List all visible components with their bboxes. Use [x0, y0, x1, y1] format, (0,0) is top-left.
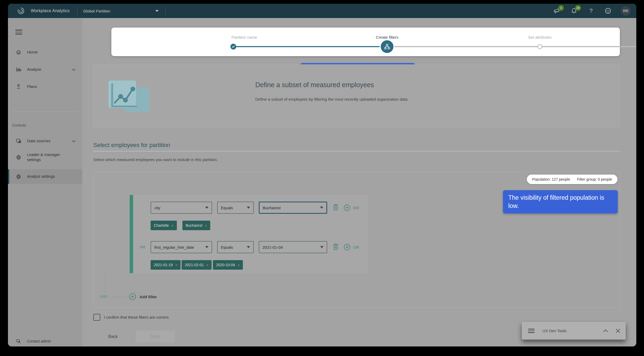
plus-circle-icon [129, 293, 136, 300]
tag-label: 2021-01-19 [154, 263, 173, 267]
filter-operator-value: Equals [221, 206, 233, 210]
chevron-down-icon [155, 10, 159, 12]
section-underline [93, 151, 620, 152]
chevron-up-icon[interactable] [603, 329, 608, 332]
add-or-condition-button[interactable] [344, 244, 351, 252]
back-button-label: Back [108, 334, 118, 339]
add-or-condition-button[interactable] [344, 204, 351, 212]
and-connector-line [105, 274, 106, 292]
app-title: Workplace Analytics [31, 8, 70, 13]
chevron-down-icon [72, 139, 76, 143]
step-current-orgchart-icon [381, 40, 393, 53]
filter-operator-dropdown[interactable]: Equals [217, 241, 254, 253]
or-button-label[interactable]: OR [353, 245, 359, 250]
back-button[interactable]: Back [93, 331, 133, 342]
avatar[interactable]: RR [621, 6, 630, 16]
progress-stepper: Partition name Create filters Set attrib… [111, 28, 620, 56]
next-button-disabled[interactable]: Next [136, 331, 175, 342]
feedback-button[interactable] [604, 7, 612, 15]
ux-dev-tools-panel: UX Dev Tools [522, 322, 626, 340]
chevron-down-icon [320, 207, 323, 209]
filter-field-dropdown[interactable]: city [151, 202, 212, 214]
step-complete-check-icon [230, 44, 236, 50]
home-icon [15, 49, 22, 55]
sidebar-footer-label: Contact admin [27, 339, 51, 344]
topbar-divider [77, 6, 77, 15]
sidebar-collapse-button[interactable] [15, 30, 22, 34]
tag-remove-icon[interactable]: × [238, 263, 240, 267]
sidebar-item-data-sources[interactable]: Data sources [8, 135, 82, 147]
notifications-button[interactable]: 28 [570, 7, 578, 15]
top-bar: Workplace Analytics Global Partition 3 2… [8, 4, 636, 18]
sidebar-item-plans[interactable]: Plans [8, 80, 82, 93]
step-upcoming-dot [537, 44, 542, 49]
tag-remove-icon[interactable]: × [205, 223, 207, 228]
smiley-icon [604, 7, 611, 14]
delete-filter-button[interactable] [332, 243, 339, 252]
help-icon: ? [589, 7, 593, 14]
announcement-count-badge: 3 [558, 5, 564, 11]
plus-circle-icon [344, 244, 351, 251]
sidebar-item-leader-manager-settings[interactable]: Leader & manager settings [8, 149, 82, 166]
sidebar-item-contact-admin[interactable]: Contact admin [8, 335, 82, 346]
step-label-partition-name: Partition name [231, 35, 257, 39]
partition-selector[interactable]: Global Partition [83, 9, 159, 13]
chevron-down-icon [247, 207, 250, 209]
sidebar-item-home[interactable]: Home [8, 46, 82, 59]
gear-icon [15, 154, 22, 160]
plus-circle-icon [344, 204, 351, 211]
population-summary-pill: Population: 127 people Filter group: 0 p… [527, 175, 617, 184]
filter-operator-dropdown[interactable]: Equals [217, 202, 254, 214]
chevron-down-icon [72, 67, 76, 72]
intro-card: Define a subset of measured employees De… [93, 64, 620, 127]
chevron-down-icon [205, 207, 208, 209]
annotation-callout-population: The visibility of filtered population is… [503, 190, 618, 213]
tag-remove-icon[interactable]: × [171, 223, 174, 228]
filter-value-dropdown[interactable]: Bucharest [259, 202, 327, 214]
or-button-label[interactable]: OR [353, 206, 359, 210]
filter-tag: Bucharest × [182, 221, 210, 230]
sidebar-item-label: Analyst settings [27, 174, 55, 179]
sidebar: Home Analyze Plans Controls Data sources [8, 18, 82, 346]
filter-field-dropdown[interactable]: first_regular_hire_date [151, 241, 212, 253]
tag-label: 2021-02-01 [185, 263, 204, 267]
partition-selector-label: Global Partition [83, 9, 111, 13]
sidebar-item-analyze[interactable]: Analyze [8, 63, 82, 76]
sidebar-section-label: Controls [12, 123, 26, 127]
add-filter-label: Add filter [139, 295, 157, 299]
stepper-line-upcoming [387, 46, 636, 47]
app-window: Workplace Analytics Global Partition 3 2… [8, 4, 636, 346]
section-description: Select which measured employees you want… [93, 157, 218, 162]
plans-icon [15, 84, 22, 90]
tag-remove-icon[interactable]: × [206, 263, 209, 267]
add-filter-button[interactable]: Add filter [129, 293, 157, 300]
row-connector-label: OR [140, 245, 146, 249]
tag-remove-icon[interactable]: × [175, 263, 178, 267]
chevron-down-icon [205, 246, 208, 248]
intro-title: Define a subset of measured employees [255, 81, 374, 89]
devtools-title: UX Dev Tools [542, 328, 567, 333]
close-icon[interactable] [616, 328, 620, 333]
sidebar-item-label: Leader & manager settings [27, 152, 67, 162]
devtools-menu-button[interactable] [528, 329, 535, 333]
next-button-label: Next [151, 334, 160, 339]
population-count: Population: 127 people [532, 177, 570, 181]
filter-field-value: first_regular_hire_date [154, 245, 194, 250]
sidebar-item-analyst-settings[interactable]: Analyst settings [8, 169, 82, 184]
filter-value-dropdown[interactable]: 2021-01-04 [259, 241, 327, 253]
and-connector-label: AND [100, 295, 108, 299]
delete-filter-button[interactable] [332, 204, 339, 212]
filter-field-value: city [154, 206, 160, 210]
stepper-line-complete [233, 46, 387, 47]
filter-value: 2021-01-04 [262, 245, 283, 250]
filter-group-accent-bar [130, 195, 133, 273]
chevron-down-icon [320, 246, 323, 248]
filter-tag: Charlotte × [151, 221, 177, 230]
section-title: Select employees for partition [93, 142, 170, 149]
trash-icon [332, 243, 339, 251]
help-button[interactable]: ? [587, 7, 595, 15]
confirm-filters-checkbox[interactable] [93, 314, 100, 321]
announcements-button[interactable]: 3 [553, 7, 561, 15]
filter-group-count: Filter group: 0 people [577, 177, 612, 181]
step-label-create-filters: Create filters [376, 35, 398, 39]
